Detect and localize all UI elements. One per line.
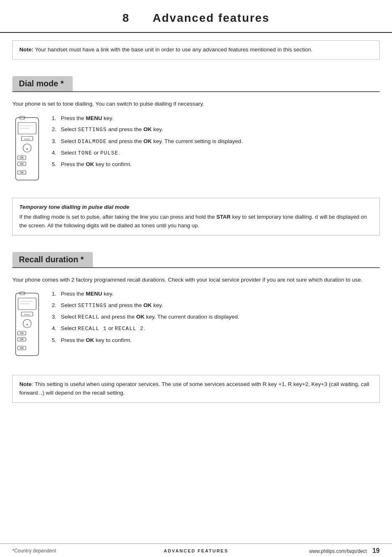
svg-text:▲: ▲ <box>26 147 29 150</box>
dial-mode-section: Dial mode * Your phone is set to tone di… <box>0 69 392 183</box>
note-box-2: Note: This setting is useful when using … <box>12 375 380 403</box>
svg-text:OK: OK <box>20 338 24 341</box>
svg-text:OK: OK <box>20 156 24 159</box>
tip-bold-star: STAR <box>216 214 231 220</box>
svg-text:OK: OK <box>20 347 24 349</box>
list-item: 2. Select SETTINGS and press the OK key. <box>52 125 243 134</box>
list-item: 1. Press the MENU key. <box>52 290 239 298</box>
phone-illustration-2: menu ▲ OK OK OK <box>12 291 44 358</box>
tip-text: If the dialling mode is set to pulse, af… <box>19 213 373 230</box>
note-box-1: Note: Your handset must have a link with… <box>12 40 380 60</box>
recall-duration-steps-list: 1. Press the MENU key. 2. Select SETTING… <box>52 290 239 347</box>
note2-text: : This setting is useful when using oper… <box>19 381 369 396</box>
footer-page-number: 19 <box>372 547 380 554</box>
footer-url: www.philips.com/faqs/dect <box>309 548 367 554</box>
footer-right: www.philips.com/faqs/dect 19 <box>309 547 380 555</box>
recall-duration-body: Your phone comes with 2 factory programm… <box>0 274 392 284</box>
recall-duration-steps-area: menu ▲ OK OK OK 1. Press the MENU key. 2… <box>12 290 392 358</box>
list-item: 4. Select RECALL 1 or RECALL 2. <box>52 324 239 333</box>
list-item: 1. Press the MENU key. <box>52 114 243 123</box>
note1-text: Your handset must have a link with the b… <box>34 46 313 53</box>
phone-illustration-1: menu ▲ OK OK OK <box>12 116 44 183</box>
footer-country-note: *Country dependent <box>12 548 56 554</box>
list-item: 2. Select SETTINGS and press the OK key. <box>52 301 239 310</box>
footer-section-title: ADVANCED FEATURES <box>164 548 228 553</box>
page-title: Advanced features <box>153 12 270 24</box>
svg-text:▲: ▲ <box>26 323 29 326</box>
dial-mode-body: Your phone is set to tone dialling. You … <box>0 98 392 109</box>
recall-duration-section: Recall duration * Your phone comes with … <box>0 245 392 359</box>
tip-box: Temporary tone dialling in pulse dial mo… <box>12 198 380 236</box>
svg-text:OK: OK <box>20 332 24 335</box>
svg-text:menu: menu <box>24 313 30 316</box>
bold-menu: MENU <box>86 115 102 121</box>
list-item: 3. Select DIALMODE and press the OK key.… <box>52 137 243 146</box>
list-item: 4. Select TONE or PULSE. <box>52 149 243 157</box>
svg-text:OK: OK <box>20 171 24 174</box>
dial-mode-steps-list: 1. Press the MENU key. 2. Select SETTING… <box>52 114 243 172</box>
dial-mode-intro: Your phone is set to tone dialling. You … <box>12 99 380 109</box>
note1-label: Note: <box>19 46 34 53</box>
dial-mode-heading: Dial mode * <box>12 76 73 91</box>
recall-duration-heading: Recall duration * <box>12 252 93 267</box>
list-item: 5. Press the OK key to confirm. <box>52 160 243 169</box>
recall-duration-intro: Your phone comes with 2 factory programm… <box>12 275 380 284</box>
svg-text:menu: menu <box>24 138 30 140</box>
dial-mode-steps-area: menu ▲ OK OK OK 1. Press the MENU key. <box>12 114 392 183</box>
tip-title: Temporary tone dialling in pulse dial mo… <box>19 203 373 211</box>
chapter-number: 8 <box>122 12 130 24</box>
note2-label: Note <box>19 381 32 387</box>
page-footer: *Country dependent ADVANCED FEATURES www… <box>0 543 392 557</box>
list-item: 5. Press the OK key to confirm. <box>52 336 239 345</box>
list-item: 3. Select RECALL and press the OK key. T… <box>52 313 239 321</box>
page-header: 8 Advanced features <box>0 0 392 33</box>
svg-text:OK: OK <box>20 162 24 165</box>
